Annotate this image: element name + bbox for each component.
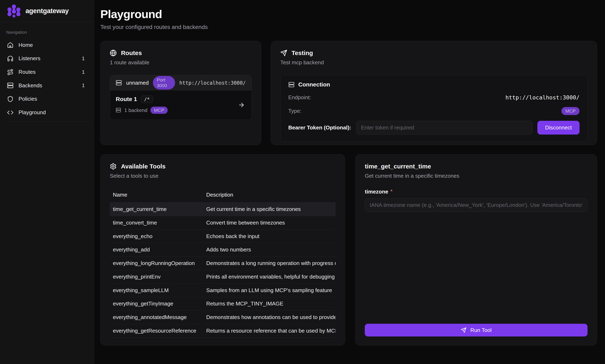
tool-row[interactable]: everything_add Adds two numbers [110,243,335,257]
route-icon [7,69,13,75]
shield-icon [7,96,13,102]
tool-description: Get current time in a specific timezones [203,203,336,216]
tool-description: Returns the MCP_TINY_IMAGE [203,297,336,311]
type-label: Type: [288,108,302,114]
tool-description: Echoes back the input [203,229,336,243]
nav-count-badge: 1 [82,83,87,88]
tool-row[interactable]: everything_getResourceReference Returns … [110,324,335,338]
testing-card-subtitle: Test mcp backend [280,59,588,66]
tools-table: Name Description time_get_current_time G… [110,188,335,338]
column-header-description: Description [203,188,336,203]
tool-description: Convert time between timezones [203,216,336,229]
tool-name: everything_printEnv [110,270,203,284]
connection-box: Connection Endpoint: http://localhost:30… [280,75,588,142]
brand[interactable]: agentgateway [0,0,94,22]
routes-card: Routes 1 route available unnamed Port 30… [100,41,261,145]
sidebar-item-policies[interactable]: Policies [4,93,90,105]
tool-panel-subtitle: Get current time in a specific timezones [365,173,587,179]
bearer-token-label: Bearer Token (Optional): [288,125,351,131]
tools-card-title: Available Tools [121,163,166,170]
sidebar-nav: Navigation Home Listeners 1 Routes 1 Bac… [0,22,94,122]
timezone-input[interactable] [365,198,587,212]
tool-description: Prints all environment variables, helpfu… [203,270,336,284]
route-backend-count: 1 backend [124,107,147,113]
required-marker: * [391,189,392,194]
tools-table-body: time_get_current_time Get current time i… [110,203,335,338]
tools-card-subtitle: Select a tools to use [110,173,335,179]
column-header-name: Name [110,188,203,203]
listener-name: unnamed [126,80,149,86]
tool-name: time_get_current_time [110,203,203,216]
tool-description: Samples from an LLM using MCP's sampling… [203,284,336,297]
sidebar-nav-items: Home Listeners 1 Routes 1 Backends 1 Pol… [4,39,90,118]
code-icon [7,109,13,116]
tool-row[interactable]: everything_getTinyImage Returns the MCP_… [110,297,335,311]
tools-card-header: Available Tools [110,163,335,170]
nav-section-label: Navigation [4,27,90,39]
tool-row[interactable]: everything_longRunningOperation Demonstr… [110,257,335,270]
main-content: Playground Test your configured routes a… [94,0,605,346]
tool-name: everything_longRunningOperation [110,257,203,270]
tool-description: Demonstrates how annotations can be used… [203,311,336,324]
tool-row[interactable]: time_get_current_time Get current time i… [110,203,335,216]
disconnect-button[interactable]: Disconnect [537,121,579,135]
tool-description: Demonstrates a long running operation wi… [203,257,336,270]
routes-card-subtitle: 1 route available [110,59,252,66]
listener-url: http://localhost:3000/ [179,80,246,86]
server-icon [7,82,13,89]
sidebar-item-playground[interactable]: Playground [4,107,90,118]
route-type-badge: MCP [150,107,168,114]
tool-row[interactable]: everything_printEnv Prints all environme… [110,270,335,284]
tool-description: Adds two numbers [203,243,336,257]
tool-row[interactable]: time_convert_time Convert time between t… [110,216,335,229]
page-subtitle: Test your configured routes and backends [100,24,597,30]
run-tool-button[interactable]: Run Tool [365,324,587,337]
gear-icon [110,163,117,170]
endpoint-label: Endpoint: [288,94,311,101]
arrow-right-icon [238,102,245,108]
tool-name: everything_getResourceReference [110,324,203,338]
globe-icon [110,50,117,56]
sidebar-item-listeners[interactable]: Listeners 1 [4,53,90,64]
tool-name: everything_add [110,243,203,257]
endpoint-value: http://localhost:3000/ [506,94,580,101]
tool-name: everything_sampleLLM [110,284,203,297]
bearer-token-input[interactable] [356,121,532,135]
tool-name: everything_echo [110,229,203,243]
server-icon [116,80,122,86]
tool-run-panel: time_get_current_time Get current time i… [355,154,597,346]
listener-header: unnamed Port 3000 http://localhost:3000/ [110,75,251,91]
tool-row[interactable]: everything_sampleLLM Samples from an LLM… [110,284,335,297]
tool-row[interactable]: everything_echo Echoes back the input [110,229,335,243]
tool-description: Returns a resource reference that can be… [203,324,336,338]
tool-row[interactable]: everything_annotatedMessage Demonstrates… [110,311,335,324]
sidebar-divider [5,121,89,122]
sidebar-item-backends[interactable]: Backends 1 [4,80,90,91]
type-badge: MCP [561,107,579,115]
connection-header: Connection [288,81,579,88]
agentgateway-logo-icon [7,4,21,17]
route-name: Route 1 [116,96,137,103]
sidebar-item-routes[interactable]: Routes 1 [4,66,90,78]
send-icon [461,327,466,333]
tool-name: everything_annotatedMessage [110,311,203,324]
testing-card-title: Testing [292,50,313,56]
server-icon [288,81,294,88]
timezone-field-label: timezone* [365,189,587,195]
port-badge: Port 3000 [153,76,175,89]
route-item[interactable]: Route 1 /* 1 backend MCP [110,91,251,119]
tool-name: time_convert_time [110,216,203,229]
page-title: Playground [100,8,597,21]
server-icon [116,107,121,113]
route-path-chip: /* [141,95,153,103]
sidebar: agentgateway Navigation Home Listeners 1… [0,0,94,364]
testing-card-header: Testing [280,50,588,56]
nav-count-badge: 1 [82,69,87,75]
routes-card-title: Routes [121,50,142,56]
tool-name: everything_getTinyImage [110,297,203,311]
available-tools-card: Available Tools Select a tools to use Na… [100,154,345,346]
routes-card-header: Routes [110,50,252,56]
send-icon [280,50,287,56]
home-icon [7,42,13,48]
sidebar-item-home[interactable]: Home [4,39,90,51]
